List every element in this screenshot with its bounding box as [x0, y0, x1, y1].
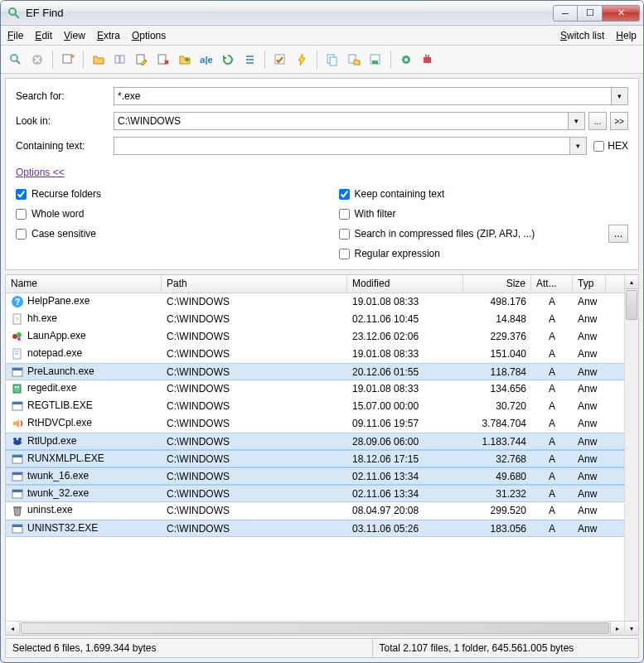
scroll-h-thumb[interactable] [21, 622, 609, 634]
edit-button[interactable] [132, 50, 152, 70]
recurse-checkbox[interactable] [16, 189, 27, 200]
cell-type: Anw [573, 469, 606, 484]
delete-button[interactable] [153, 50, 173, 70]
look-in-dropdown[interactable]: ▾ [569, 112, 585, 130]
keep-text-checkbox[interactable] [339, 189, 350, 200]
file-icon [11, 399, 24, 413]
col-modified[interactable]: Modified [347, 275, 463, 293]
table-row[interactable]: PreLaunch.exeC:\WINDOWS20.12.06 01:55118… [6, 363, 624, 380]
maximize-button[interactable]: ☐ [578, 5, 603, 22]
cell-name: LaunApp.exe [6, 328, 162, 345]
check-button[interactable] [270, 50, 290, 70]
regex-checkbox[interactable] [339, 249, 350, 259]
add-path-button[interactable]: >> [610, 112, 628, 130]
svg-rect-42 [15, 386, 17, 388]
horizontal-scrollbar[interactable]: ◂ ▸ [6, 621, 624, 635]
scroll-down-button[interactable]: ▾ [625, 621, 638, 635]
svg-rect-41 [13, 385, 21, 393]
look-in-input[interactable] [114, 112, 569, 130]
search-for-dropdown[interactable]: ▾ [612, 87, 628, 105]
menu-view[interactable]: View [64, 30, 85, 41]
table-row[interactable]: RtlUpd.exeC:\WINDOWS28.09.06 06:001.183.… [6, 433, 624, 450]
table-row[interactable]: ?hh.exeC:\WINDOWS02.11.06 10:4514.848AAn… [6, 311, 624, 328]
table-row[interactable]: twunk_16.exeC:\WINDOWS02.11.06 13:3449.6… [6, 467, 624, 485]
refresh-button[interactable] [218, 50, 238, 70]
menu-extra[interactable]: Extra [97, 30, 120, 41]
table-row[interactable]: ?HelpPane.exeC:\WINDOWS19.01.08 08:33498… [6, 293, 624, 311]
col-name[interactable]: Name [6, 275, 162, 293]
svg-rect-28 [428, 55, 429, 57]
list-button[interactable] [240, 50, 259, 70]
cell-name: uninst.exe [6, 502, 162, 519]
save-button[interactable] [366, 50, 385, 70]
book-button[interactable] [110, 50, 130, 70]
cell-attr: A [531, 434, 573, 449]
titlebar[interactable]: EF Find ─ ☐ ✕ [1, 1, 643, 26]
results-rows[interactable]: ?HelpPane.exeC:\WINDOWS19.01.08 08:33498… [6, 293, 624, 621]
menu-help[interactable]: Help [616, 30, 637, 41]
scroll-up-button[interactable]: ▴ [625, 275, 638, 289]
containing-input[interactable] [114, 137, 570, 155]
cell-name: ?HelpPane.exe [6, 293, 162, 310]
svg-point-2 [11, 55, 17, 61]
regex-label: Regular expression [355, 248, 440, 259]
compressed-checkbox[interactable] [339, 229, 350, 240]
menu-switch-list[interactable]: Switch list [560, 30, 604, 41]
scroll-right-button[interactable]: ▸ [610, 622, 624, 635]
stop-button[interactable] [27, 50, 47, 70]
menu-options[interactable]: Options [132, 30, 166, 41]
col-attr[interactable]: Att... [531, 275, 573, 293]
containing-dropdown[interactable]: ▾ [570, 137, 587, 155]
case-checkbox[interactable] [16, 229, 27, 240]
svg-rect-10 [120, 56, 124, 63]
lightning-button[interactable] [292, 50, 312, 70]
with-filter-checkbox[interactable] [339, 209, 350, 220]
whole-word-checkbox[interactable] [16, 209, 27, 220]
scroll-left-button[interactable]: ◂ [6, 622, 20, 635]
table-row[interactable]: RUNXMLPL.EXEC:\WINDOWS18.12.06 17:1532.7… [6, 450, 624, 467]
vertical-scrollbar[interactable]: ▴ ▾ [624, 275, 638, 635]
table-row[interactable]: uninst.exeC:\WINDOWS08.04.97 20:08299.52… [6, 502, 624, 520]
col-size[interactable]: Size [463, 275, 531, 293]
copy-button[interactable] [322, 50, 342, 70]
copy-folder-button[interactable] [344, 50, 364, 70]
svg-point-47 [13, 438, 17, 441]
svg-rect-55 [13, 506, 22, 508]
table-row[interactable]: UNINST32.EXEC:\WINDOWS03.11.06 05:26183.… [6, 520, 624, 537]
table-row[interactable]: notepad.exeC:\WINDOWS19.01.08 08:33151.0… [6, 346, 624, 363]
search-button[interactable] [6, 50, 26, 70]
svg-rect-20 [330, 57, 337, 65]
col-path[interactable]: Path [162, 275, 347, 293]
table-row[interactable]: LaunApp.exeC:\WINDOWS23.12.06 02:06229.3… [6, 328, 624, 346]
settings-button[interactable] [396, 50, 416, 70]
cell-attr: A [531, 452, 573, 467]
col-type[interactable]: Typ [573, 275, 606, 293]
with-filter-label: With filter [355, 208, 396, 220]
table-row[interactable]: RtHDVCpl.exeC:\WINDOWS09.11.06 19:573.78… [6, 415, 624, 433]
table-row[interactable]: REGTLIB.EXEC:\WINDOWS15.07.00 00:0030.72… [6, 398, 624, 415]
hex-checkbox[interactable] [593, 141, 604, 152]
new-search-button[interactable]: ✶ [58, 50, 78, 70]
cell-type: Anw [573, 399, 606, 414]
export-button[interactable] [175, 50, 195, 70]
search-for-input[interactable] [114, 87, 612, 105]
scroll-v-thumb[interactable] [626, 290, 637, 320]
close-button[interactable]: ✕ [603, 5, 640, 22]
rename-button[interactable]: a|e [196, 50, 216, 70]
look-in-label: Look in: [16, 115, 114, 127]
cell-type: Anw [573, 416, 606, 431]
cell-attr: A [531, 399, 573, 414]
cell-modified: 23.12.06 02:06 [347, 329, 463, 344]
folder-button[interactable] [89, 50, 109, 70]
menu-file[interactable]: File [7, 30, 23, 41]
table-row[interactable]: twunk_32.exeC:\WINDOWS02.11.06 13:3431.2… [6, 485, 624, 502]
minimize-button[interactable]: ─ [553, 5, 578, 22]
cell-name: twunk_16.exe [6, 468, 162, 485]
plugin-button[interactable] [418, 50, 438, 70]
browse-button[interactable]: ... [588, 112, 607, 130]
options-toggle-link[interactable]: Options << [16, 167, 65, 178]
table-row[interactable]: regedit.exeC:\WINDOWS19.01.08 08:33134.6… [6, 380, 624, 398]
filter-settings-button[interactable]: ... [608, 225, 628, 243]
cell-path: C:\WINDOWS [162, 521, 347, 536]
menu-edit[interactable]: Edit [35, 30, 52, 41]
